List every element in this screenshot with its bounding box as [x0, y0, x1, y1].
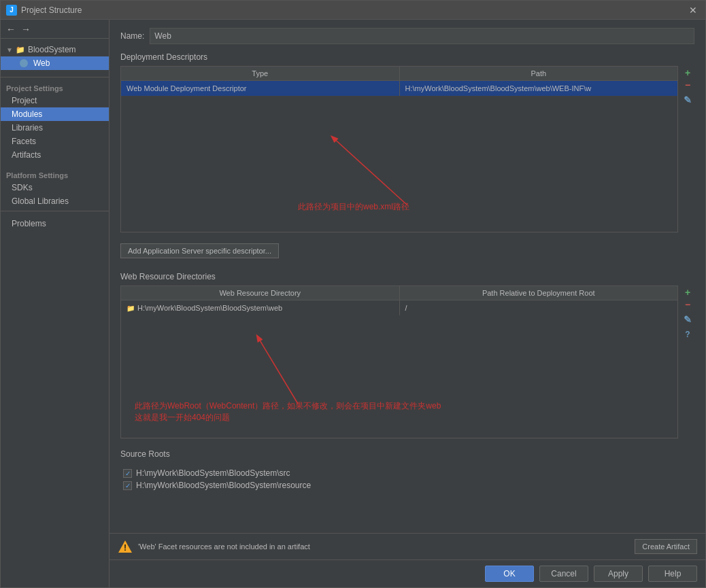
deployment-descriptors-title: Deployment Descriptors [120, 52, 694, 62]
annotation-svg-1 [121, 96, 677, 232]
close-button[interactable]: ✕ [686, 3, 700, 17]
source-root-path-0: H:\myWork\BloodSystem\BloodSystem\src [136, 468, 290, 478]
button-bar: OK Cancel Apply Help [110, 559, 705, 587]
web-resource-row[interactable]: 📁 H:\myWork\BloodSystem\BloodSystem\web … [121, 300, 677, 315]
folder-icon: 📁 [16, 46, 25, 54]
annotation-text-2: 此路径为WebRoot（WebContent）路径，如果不修改，则会在项目中新建… [135, 400, 441, 423]
source-roots-section: Source Roots H:\myWork\BloodSystem\Blood… [120, 449, 694, 490]
source-root-checkbox-1[interactable] [123, 481, 132, 490]
sidebar-item-sdks[interactable]: SDKs [1, 181, 109, 194]
path-column-header: Path [400, 67, 678, 80]
edit-descriptor-button[interactable]: ✎ [682, 94, 693, 105]
web-resource-directories-table: Web Resource Directory Path Relative to … [120, 286, 678, 438]
web-resource-directories-header: Web Resource Directory Path Relative to … [121, 286, 677, 300]
source-root-row-0: H:\myWork\BloodSystem\BloodSystem\src [120, 468, 694, 478]
app-icon: J [6, 5, 17, 16]
table-row[interactable]: Web Module Deployment Descriptor H:\myWo… [121, 81, 677, 96]
web-resource-directory-cell: 📁 H:\myWork\BloodSystem\BloodSystem\web [121, 300, 400, 315]
annotation-area-2: 此路径为WebRoot（WebContent）路径，如果不修改，则会在项目中新建… [121, 315, 677, 438]
deployment-descriptors-table-wrapper: Type Path Web Module Deployment Descript… [120, 66, 678, 238]
name-input[interactable] [150, 28, 694, 44]
cancel-button[interactable]: Cancel [539, 566, 588, 582]
edit-web-resource-button[interactable]: ✎ [682, 314, 693, 325]
web-resource-directories-table-wrapper: Web Resource Directory Path Relative to … [120, 286, 678, 444]
folder-icon-small: 📁 [127, 305, 135, 312]
remove-descriptor-button[interactable]: − [682, 80, 693, 90]
tree-item-web[interactable]: Web [1, 56, 109, 70]
svg-line-1 [332, 137, 407, 205]
module-tree: ▼ 📁 BloodSystem Web [1, 39, 109, 74]
deployment-descriptors-table: Type Path Web Module Deployment Descript… [120, 66, 678, 232]
sidebar-item-libraries[interactable]: Libraries [1, 121, 109, 135]
sidebar-item-project[interactable]: Project [1, 94, 109, 107]
tree-item-bloodsystem[interactable]: ▼ 📁 BloodSystem [1, 43, 109, 56]
source-root-checkbox-0[interactable] [123, 469, 132, 478]
sidebar-item-facets[interactable]: Facets [1, 135, 109, 148]
create-artifact-button[interactable]: Create Artifact [635, 539, 697, 554]
deployment-descriptors-side-buttons: + − ✎ [681, 66, 694, 238]
add-descriptor-button[interactable]: + [682, 67, 693, 78]
source-roots-title: Source Roots [120, 449, 694, 459]
project-settings-header: Project Settings [1, 80, 109, 94]
name-label: Name: [120, 31, 144, 41]
add-web-resource-button[interactable]: + [682, 287, 693, 298]
path-relative-cell: / [400, 300, 678, 315]
deployment-descriptors-header: Type Path [121, 67, 677, 81]
back-button[interactable]: ← [5, 23, 17, 35]
dialog-content: ← → ▼ 📁 BloodSystem Web Project Settings… [1, 20, 705, 587]
platform-settings-header: Platform Settings [1, 167, 109, 181]
dialog-title: Project Structure [21, 5, 682, 15]
svg-line-3 [257, 336, 298, 404]
help-button[interactable]: Help [648, 566, 697, 582]
web-resource-directories-section: Web Resource Directories Web Resource Di… [120, 272, 694, 444]
type-cell: Web Module Deployment Descriptor [121, 81, 400, 96]
web-resource-directories-title: Web Resource Directories [120, 272, 694, 281]
deployment-descriptors-section: Deployment Descriptors Type Path Web Mod… [120, 52, 694, 266]
web-resource-directory-column-header: Web Resource Directory [121, 286, 400, 300]
name-row: Name: [120, 28, 694, 44]
annotation-svg-2 [121, 315, 677, 438]
ok-button[interactable]: OK [485, 566, 534, 582]
annotation-area-1: 此路径为项目中的web.xml路径 [121, 96, 677, 232]
sidebar-item-problems[interactable]: Problems [1, 217, 109, 230]
tree-item-label: BloodSystem [28, 45, 76, 54]
sidebar-item-artifacts[interactable]: Artifacts [1, 148, 109, 162]
apply-button[interactable]: Apply [594, 566, 643, 582]
project-structure-dialog: J Project Structure ✕ ← → ▼ 📁 BloodSyste… [0, 0, 706, 588]
remove-web-resource-button[interactable]: − [682, 299, 693, 310]
main-panel: Name: Deployment Descriptors Type Path [110, 20, 705, 587]
svg-text:!: ! [124, 543, 127, 553]
warning-icon: ! [118, 539, 133, 554]
web-resource-directories-table-area: Web Resource Directory Path Relative to … [120, 286, 694, 444]
source-root-row-1: H:\myWork\BloodSystem\BloodSystem\resour… [120, 481, 694, 490]
web-resource-side-buttons: + − ✎ ? [681, 286, 694, 444]
source-root-path-1: H:\myWork\BloodSystem\BloodSystem\resour… [136, 481, 311, 490]
type-column-header: Type [121, 67, 400, 80]
sidebar-item-global-libraries[interactable]: Global Libraries [1, 194, 109, 208]
tree-item-web-label: Web [33, 58, 50, 68]
expand-icon: ▼ [6, 46, 13, 54]
warning-text: 'Web' Facet resources are not included i… [138, 542, 629, 551]
path-relative-column-header: Path Relative to Deployment Root [400, 286, 678, 300]
annotation-text-1: 此路径为项目中的web.xml路径 [298, 201, 409, 213]
sidebar: ← → ▼ 📁 BloodSystem Web Project Settings… [1, 20, 110, 587]
add-application-server-button[interactable]: Add Application Server specific descript… [120, 243, 279, 258]
path-cell: H:\myWork\BloodSystem\BloodSystem\web\WE… [400, 81, 678, 96]
help-web-resource-button[interactable]: ? [682, 329, 693, 340]
deployment-descriptors-table-area: Type Path Web Module Deployment Descript… [120, 66, 694, 238]
sidebar-item-modules[interactable]: Modules [1, 107, 109, 121]
titlebar: J Project Structure ✕ [1, 1, 705, 20]
web-icon [20, 59, 28, 67]
sidebar-toolbar: ← → [1, 20, 109, 39]
forward-button[interactable]: → [20, 23, 32, 35]
main-scroll-area: Name: Deployment Descriptors Type Path [110, 20, 705, 533]
warning-bar: ! 'Web' Facet resources are not included… [110, 533, 705, 559]
